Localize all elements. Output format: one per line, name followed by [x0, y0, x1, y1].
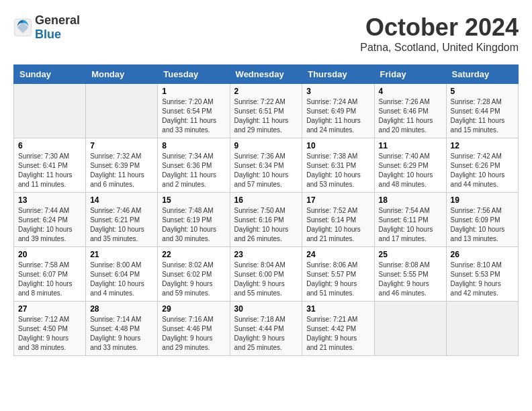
calendar-cell: 6Sunrise: 7:30 AM Sunset: 6:41 PM Daylig… — [14, 138, 86, 193]
calendar-cell: 11Sunrise: 7:40 AM Sunset: 6:29 PM Dayli… — [374, 138, 446, 193]
day-number: 10 — [306, 141, 369, 150]
calendar-cell — [86, 84, 158, 138]
day-info: Sunrise: 7:30 AM Sunset: 6:41 PM Dayligh… — [18, 152, 81, 189]
day-info: Sunrise: 7:16 AM Sunset: 4:46 PM Dayligh… — [162, 315, 225, 353]
day-info: Sunrise: 7:21 AM Sunset: 4:42 PM Dayligh… — [306, 315, 369, 353]
day-info: Sunrise: 8:00 AM Sunset: 6:04 PM Dayligh… — [90, 261, 153, 298]
day-number: 14 — [90, 195, 153, 205]
calendar-cell: 28Sunrise: 7:14 AM Sunset: 4:48 PM Dayli… — [86, 302, 158, 356]
day-info: Sunrise: 7:42 AM Sunset: 6:26 PM Dayligh… — [451, 152, 514, 189]
day-number: 31 — [306, 304, 369, 314]
calendar-week-row: 20Sunrise: 7:58 AM Sunset: 6:07 PM Dayli… — [14, 247, 519, 302]
day-info: Sunrise: 8:08 AM Sunset: 5:55 PM Dayligh… — [379, 261, 442, 298]
day-number: 3 — [306, 87, 369, 96]
logo-icon — [13, 18, 32, 37]
day-info: Sunrise: 7:38 AM Sunset: 6:31 PM Dayligh… — [306, 152, 369, 189]
day-info: Sunrise: 7:18 AM Sunset: 4:44 PM Dayligh… — [234, 315, 298, 353]
weekday-header: Sunday — [14, 65, 86, 84]
month-title: October 2024 — [360, 13, 519, 42]
day-number: 28 — [90, 304, 153, 314]
day-info: Sunrise: 7:54 AM Sunset: 6:11 PM Dayligh… — [379, 206, 442, 244]
calendar-cell: 25Sunrise: 8:08 AM Sunset: 5:55 PM Dayli… — [374, 247, 446, 302]
day-info: Sunrise: 8:10 AM Sunset: 5:53 PM Dayligh… — [451, 261, 514, 298]
title-section: October 2024 Patna, Scotland, United Kin… — [360, 13, 519, 54]
day-number: 30 — [234, 304, 298, 314]
calendar-week-row: 1Sunrise: 7:20 AM Sunset: 6:54 PM Daylig… — [14, 84, 519, 138]
day-number: 8 — [162, 141, 225, 150]
calendar-cell: 3Sunrise: 7:24 AM Sunset: 6:49 PM Daylig… — [302, 84, 374, 138]
calendar-cell: 27Sunrise: 7:12 AM Sunset: 4:50 PM Dayli… — [14, 302, 86, 356]
calendar-cell: 15Sunrise: 7:48 AM Sunset: 6:19 PM Dayli… — [158, 193, 230, 247]
day-number: 15 — [162, 195, 225, 205]
day-info: Sunrise: 7:14 AM Sunset: 4:48 PM Dayligh… — [90, 315, 153, 353]
calendar-cell: 5Sunrise: 7:28 AM Sunset: 6:44 PM Daylig… — [446, 84, 518, 138]
location-subtitle: Patna, Scotland, United Kingdom — [360, 42, 519, 54]
calendar-cell: 16Sunrise: 7:50 AM Sunset: 6:16 PM Dayli… — [230, 193, 302, 247]
calendar-week-row: 27Sunrise: 7:12 AM Sunset: 4:50 PM Dayli… — [14, 302, 519, 356]
logo: General Blue — [13, 13, 80, 42]
day-info: Sunrise: 7:46 AM Sunset: 6:21 PM Dayligh… — [90, 206, 153, 244]
calendar-week-row: 6Sunrise: 7:30 AM Sunset: 6:41 PM Daylig… — [14, 138, 519, 193]
calendar-week-row: 13Sunrise: 7:44 AM Sunset: 6:24 PM Dayli… — [14, 193, 519, 247]
calendar-cell: 18Sunrise: 7:54 AM Sunset: 6:11 PM Dayli… — [374, 193, 446, 247]
day-info: Sunrise: 7:50 AM Sunset: 6:16 PM Dayligh… — [234, 206, 298, 244]
weekday-header: Friday — [374, 65, 446, 84]
day-info: Sunrise: 7:34 AM Sunset: 6:36 PM Dayligh… — [162, 152, 225, 189]
weekday-header: Saturday — [446, 65, 518, 84]
calendar-cell: 26Sunrise: 8:10 AM Sunset: 5:53 PM Dayli… — [446, 247, 518, 302]
day-info: Sunrise: 7:32 AM Sunset: 6:39 PM Dayligh… — [90, 152, 153, 189]
logo-text: General Blue — [35, 13, 80, 42]
day-info: Sunrise: 7:56 AM Sunset: 6:09 PM Dayligh… — [451, 206, 514, 244]
day-info: Sunrise: 7:48 AM Sunset: 6:19 PM Dayligh… — [162, 206, 225, 244]
day-number: 24 — [306, 250, 369, 259]
day-number: 23 — [234, 250, 298, 259]
day-number: 20 — [18, 250, 81, 259]
day-number: 11 — [379, 141, 442, 150]
calendar-cell: 19Sunrise: 7:56 AM Sunset: 6:09 PM Dayli… — [446, 193, 518, 247]
calendar-cell: 30Sunrise: 7:18 AM Sunset: 4:44 PM Dayli… — [230, 302, 302, 356]
calendar-table: SundayMondayTuesdayWednesdayThursdayFrid… — [13, 64, 519, 356]
day-number: 13 — [18, 195, 81, 205]
logo-general: General — [35, 13, 80, 27]
weekday-header: Tuesday — [158, 65, 230, 84]
day-info: Sunrise: 8:04 AM Sunset: 6:00 PM Dayligh… — [234, 261, 298, 298]
day-info: Sunrise: 7:36 AM Sunset: 6:34 PM Dayligh… — [234, 152, 298, 189]
day-info: Sunrise: 7:24 AM Sunset: 6:49 PM Dayligh… — [306, 97, 369, 135]
calendar-cell: 13Sunrise: 7:44 AM Sunset: 6:24 PM Dayli… — [14, 193, 86, 247]
calendar-cell: 29Sunrise: 7:16 AM Sunset: 4:46 PM Dayli… — [158, 302, 230, 356]
day-info: Sunrise: 7:20 AM Sunset: 6:54 PM Dayligh… — [162, 97, 225, 135]
day-number: 26 — [451, 250, 514, 259]
calendar-cell: 4Sunrise: 7:26 AM Sunset: 6:46 PM Daylig… — [374, 84, 446, 138]
day-info: Sunrise: 7:22 AM Sunset: 6:51 PM Dayligh… — [234, 97, 298, 135]
day-number: 6 — [18, 141, 81, 150]
day-info: Sunrise: 7:44 AM Sunset: 6:24 PM Dayligh… — [18, 206, 81, 244]
calendar-cell: 23Sunrise: 8:04 AM Sunset: 6:00 PM Dayli… — [230, 247, 302, 302]
day-number: 21 — [90, 250, 153, 259]
day-number: 19 — [451, 195, 514, 205]
day-number: 9 — [234, 141, 298, 150]
day-number: 5 — [451, 87, 514, 96]
day-info: Sunrise: 8:02 AM Sunset: 6:02 PM Dayligh… — [162, 261, 225, 298]
calendar-cell: 22Sunrise: 8:02 AM Sunset: 6:02 PM Dayli… — [158, 247, 230, 302]
calendar-cell: 7Sunrise: 7:32 AM Sunset: 6:39 PM Daylig… — [86, 138, 158, 193]
day-number: 29 — [162, 304, 225, 314]
day-info: Sunrise: 7:52 AM Sunset: 6:14 PM Dayligh… — [306, 206, 369, 244]
calendar-cell: 21Sunrise: 8:00 AM Sunset: 6:04 PM Dayli… — [86, 247, 158, 302]
calendar-cell: 17Sunrise: 7:52 AM Sunset: 6:14 PM Dayli… — [302, 193, 374, 247]
calendar-cell: 12Sunrise: 7:42 AM Sunset: 6:26 PM Dayli… — [446, 138, 518, 193]
day-info: Sunrise: 7:40 AM Sunset: 6:29 PM Dayligh… — [379, 152, 442, 189]
day-number: 22 — [162, 250, 225, 259]
day-info: Sunrise: 7:28 AM Sunset: 6:44 PM Dayligh… — [451, 97, 514, 135]
day-number: 25 — [379, 250, 442, 259]
day-info: Sunrise: 7:26 AM Sunset: 6:46 PM Dayligh… — [379, 97, 442, 135]
weekday-header-row: SundayMondayTuesdayWednesdayThursdayFrid… — [14, 65, 519, 84]
logo-blue: Blue — [35, 28, 61, 41]
calendar-cell: 24Sunrise: 8:06 AM Sunset: 5:57 PM Dayli… — [302, 247, 374, 302]
weekday-header: Wednesday — [230, 65, 302, 84]
day-number: 18 — [379, 195, 442, 205]
day-number: 4 — [379, 87, 442, 96]
calendar-cell: 2Sunrise: 7:22 AM Sunset: 6:51 PM Daylig… — [230, 84, 302, 138]
day-number: 27 — [18, 304, 81, 314]
calendar-cell: 10Sunrise: 7:38 AM Sunset: 6:31 PM Dayli… — [302, 138, 374, 193]
calendar-cell: 31Sunrise: 7:21 AM Sunset: 4:42 PM Dayli… — [302, 302, 374, 356]
